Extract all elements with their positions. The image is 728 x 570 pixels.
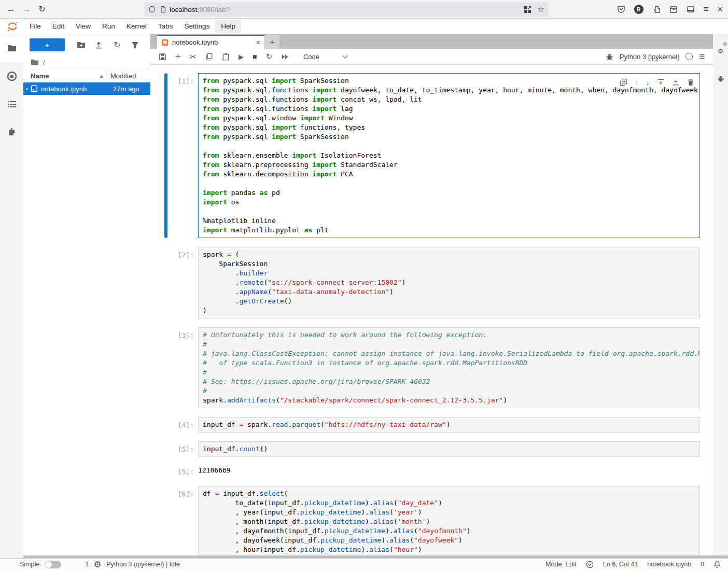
mode-indicator[interactable]: Mode: Edit <box>545 561 577 568</box>
cell-editor[interactable]: df = input_df.select( to_date(input_df.p… <box>198 486 700 555</box>
sidebar-tab-extension-manager[interactable] <box>0 118 23 146</box>
code-line: import matplotlib.pyplot as plt <box>203 226 695 235</box>
cell-editor[interactable]: spark = ( SparkSession .builder .remote(… <box>198 247 700 318</box>
copy-icon[interactable] <box>205 53 213 61</box>
column-name[interactable]: Name▴ <box>23 72 106 80</box>
save-icon[interactable] <box>159 53 166 61</box>
notebook-cell[interactable]: [1]:from pyspark.sql import SparkSession… <box>164 73 700 238</box>
cell-editor[interactable]: input_df = spark.read.parquet("hdfs://hd… <box>198 417 700 433</box>
profile-avatar[interactable]: R <box>634 5 643 14</box>
bug-icon <box>717 75 724 82</box>
running-dot: • <box>23 86 31 92</box>
menu-item-run[interactable]: Run <box>96 20 121 33</box>
code-line: # <box>203 368 695 377</box>
folder-icon <box>7 43 17 53</box>
sidebar-icon[interactable] <box>687 5 695 13</box>
notebook-scroll-area[interactable]: [1]:from pyspark.sql import SparkSession… <box>150 65 713 555</box>
kernel-status-text[interactable]: Python 3 (ipykernel) | Idle <box>106 561 180 568</box>
browser-menu-icon[interactable]: ≡ <box>704 4 709 15</box>
jupyter-logo <box>6 20 19 33</box>
reload-icon[interactable]: ↻ <box>34 4 50 14</box>
run-icon[interactable]: ▶ <box>239 53 244 61</box>
cursor-position[interactable]: Ln 6, Col 41 <box>603 561 638 568</box>
move-cell-up-icon[interactable]: ↑ <box>635 79 639 86</box>
back-icon[interactable]: ← <box>3 5 19 14</box>
browser-actions: R ≡ × <box>617 0 723 19</box>
trust-shield-icon[interactable] <box>586 561 594 568</box>
file-row-notebook[interactable]: • notebook.ipynb 27m ago <box>23 82 150 95</box>
cut-icon[interactable]: ✂ <box>190 52 197 62</box>
notebook-cell[interactable]: [5]:input_df.count() <box>164 441 700 457</box>
code-line: # of type scala.Function3 in instance of… <box>203 358 695 368</box>
sort-asc-icon: ▴ <box>100 73 103 79</box>
sidebar-tab-table-of-contents[interactable] <box>0 90 23 118</box>
menu-item-file[interactable]: File <box>24 20 47 33</box>
cell-editor[interactable]: input_df.count() <box>198 441 700 457</box>
notebook-cell[interactable]: [6]:df = input_df.select( to_date(input_… <box>164 486 700 555</box>
new-folder-icon[interactable] <box>72 40 90 49</box>
window-close-icon[interactable]: × <box>717 4 723 15</box>
menu-item-tabs[interactable]: Tabs <box>152 20 179 33</box>
sidebar-tab-running-kernels[interactable] <box>0 62 23 90</box>
menu-item-view[interactable]: View <box>70 20 96 33</box>
forward-icon[interactable]: → <box>19 5 34 14</box>
add-cell-icon[interactable]: + <box>175 51 181 62</box>
screenshot-grid-icon[interactable] <box>524 6 531 13</box>
library-icon[interactable] <box>669 5 678 13</box>
insert-cell-below-icon[interactable] <box>672 78 680 86</box>
menu-item-settings[interactable]: Settings <box>178 20 215 33</box>
url-bar[interactable]: localhost:8080/lab? ☆ <box>144 2 549 17</box>
refresh-icon[interactable]: ↻ <box>108 40 126 50</box>
new-launcher-button[interactable]: + <box>30 38 65 51</box>
filter-icon[interactable] <box>126 40 144 49</box>
toggle-knob <box>45 561 52 568</box>
paste-icon[interactable] <box>222 53 230 61</box>
bookmark-star-icon[interactable]: ☆ <box>538 5 544 14</box>
simple-mode-toggle[interactable] <box>45 561 61 568</box>
run-all-icon[interactable] <box>281 53 289 60</box>
tab-notebook[interactable]: notebook.ipynb × <box>157 35 264 49</box>
menu-item-kernel[interactable]: Kernel <box>121 20 152 33</box>
insert-cell-above-icon[interactable] <box>657 78 665 86</box>
code-line: .getOrCreate() <box>203 297 695 306</box>
simple-mode-label: Simple <box>20 561 39 568</box>
new-tab-button[interactable]: + <box>265 35 279 49</box>
stop-icon[interactable]: ■ <box>253 52 257 61</box>
notebook-cell[interactable]: [3]:# Unfortunately this is needed to wo… <box>164 327 700 408</box>
code-line: .appName("taxi-data-anomaly-detection") <box>203 287 695 297</box>
restart-icon[interactable]: ↻ <box>265 52 272 61</box>
breadcrumb[interactable]: / <box>23 55 150 69</box>
pocket-icon[interactable] <box>617 5 625 13</box>
menu-item-help[interactable]: Help <box>215 20 241 33</box>
breadcrumb-root[interactable]: / <box>43 59 45 66</box>
debugger-tab[interactable] <box>713 68 728 89</box>
sidebar-tab-file-browser[interactable] <box>0 34 23 62</box>
notebook-cell[interactable]: [4]:input_df = spark.read.parquet("hdfs:… <box>164 417 700 433</box>
code-line: SparkSession <box>203 259 695 269</box>
cell-editor[interactable]: from pyspark.sql import SparkSessionfrom… <box>198 73 700 238</box>
move-cell-down-icon[interactable]: ↓ <box>646 79 650 86</box>
debugger-bug-icon[interactable] <box>606 53 613 61</box>
delete-cell-icon[interactable] <box>687 78 694 86</box>
code-line: from pyspark.sql.window import Window <box>203 114 695 123</box>
menu-item-edit[interactable]: Edit <box>47 20 70 33</box>
notebook-cell[interactable]: [2]:spark = ( SparkSession .builder .rem… <box>164 247 700 318</box>
menubar-items: FileEditViewRunKernelTabsSettingsHelp <box>24 20 241 33</box>
cell-type-select[interactable]: Code <box>303 53 347 61</box>
code-line: .builder <box>203 269 695 278</box>
chevron-down-icon <box>343 53 348 58</box>
kernel-status-icon[interactable] <box>685 53 693 60</box>
column-modified[interactable]: Modified <box>106 72 150 80</box>
upload-icon[interactable] <box>90 40 108 49</box>
terminals-count[interactable]: 1 <box>85 561 89 568</box>
code-line: %matplotlib inline <box>203 216 695 226</box>
cell-editor[interactable]: # Unfortunately this is needed to work a… <box>198 327 700 408</box>
kernel-name[interactable]: Python 3 (ipykernel) <box>620 53 680 61</box>
toolbar-menu-icon[interactable]: ≡ <box>699 51 705 62</box>
property-inspector-tab[interactable]: ⚙⚙ <box>713 40 728 61</box>
tab-close-icon[interactable]: × <box>256 38 260 47</box>
code-line: # <box>203 340 695 349</box>
extensions-icon[interactable] <box>652 5 661 13</box>
bell-icon[interactable] <box>713 561 721 568</box>
duplicate-cell-icon[interactable] <box>620 78 627 86</box>
